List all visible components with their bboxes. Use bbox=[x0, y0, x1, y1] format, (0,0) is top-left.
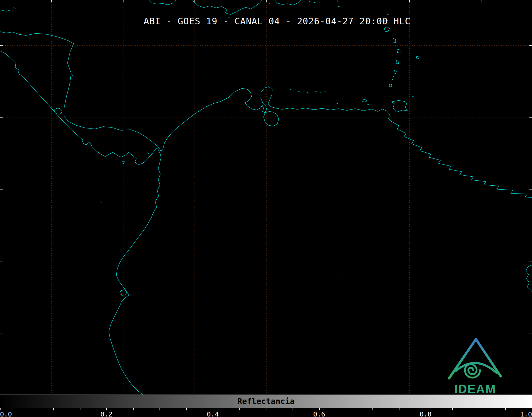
coastline-jamaica bbox=[149, 0, 176, 5]
colorbar-label: Reflectancia bbox=[0, 395, 532, 408]
colorbar-tick-label: 0.0 bbox=[0, 410, 12, 417]
islands-pacific-small bbox=[101, 153, 151, 296]
colorbar-tick-label: 1.0 bbox=[520, 410, 532, 417]
colorbar-tick-label: 0.2 bbox=[101, 410, 112, 417]
islands-venezuela-offshore bbox=[290, 89, 369, 105]
coastlines bbox=[0, 0, 532, 395]
axis-ticks bbox=[0, 0, 532, 333]
graticule-vertical-lines bbox=[52, 0, 481, 395]
map-canvas bbox=[0, 0, 532, 395]
coastline-hispaniola bbox=[193, 0, 262, 15]
ideam-logo-graphic bbox=[449, 339, 501, 378]
colorbar-tick-label: 0.4 bbox=[207, 410, 219, 417]
colorbar-tick-marks bbox=[0, 408, 532, 410]
colorbar-tick-labels: 0.0 0.2 0.4 0.6 0.8 1.0 bbox=[0, 410, 532, 417]
graticule-horizontal-lines bbox=[0, 45, 532, 333]
cyclone-spiral-icon bbox=[465, 364, 480, 378]
graticule bbox=[0, 0, 532, 395]
islands-lesser-antilles bbox=[384, 15, 419, 97]
image-title: ABI - GOES 19 - CANAL 04 - 2026-04-27 20… bbox=[22, 16, 532, 26]
ideam-logo-text: IDEAM bbox=[444, 382, 506, 396]
island-trinidad bbox=[392, 100, 407, 112]
colorbar-tick-label: 0.6 bbox=[313, 410, 325, 417]
lake-nicaragua-outline bbox=[54, 108, 62, 114]
islands-caribbean-small bbox=[2, 1, 340, 83]
colorbar-tick-label: 0.8 bbox=[420, 410, 431, 417]
satellite-image: ABI - GOES 19 - CANAL 04 - 2026-04-27 20… bbox=[0, 0, 532, 417]
coastline-puerto-rico bbox=[275, 0, 301, 5]
coastline-caribbean-mainland bbox=[0, 32, 532, 198]
reflectance-colorbar: Reflectancia bbox=[0, 395, 532, 408]
coastline-brazil-fragment bbox=[526, 265, 532, 292]
coastline-pacific-mainland bbox=[0, 51, 161, 395]
